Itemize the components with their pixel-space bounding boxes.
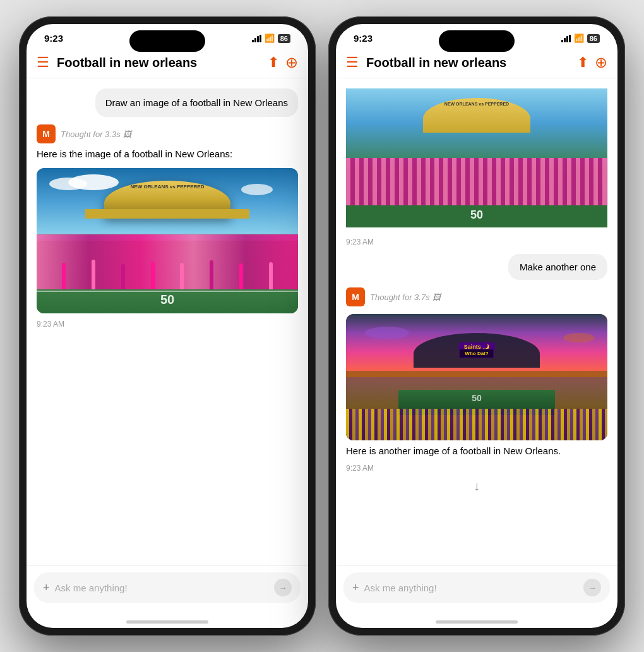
top-stadium-image-right: NEW ORLEANS vs PEPPERED 50 (346, 88, 607, 227)
chat-body-left: Draw an image of a football in New Orlea… (27, 78, 308, 565)
battery-left: 86 (278, 34, 290, 43)
chat-title-right: Football in new orleans (366, 56, 577, 70)
add-button-right[interactable]: ⊕ (595, 54, 607, 71)
ai-avatar-left: M (37, 124, 56, 143)
status-time-right: 9:23 (354, 33, 373, 44)
menu-icon-right[interactable]: ☰ (346, 54, 359, 71)
share-button-left[interactable]: ⬆ (268, 54, 279, 71)
header-left: ☰ Football in new orleans ⬆ ⊕ (27, 49, 308, 78)
header-actions-right: ⬆ ⊕ (577, 54, 607, 71)
signal-icon-right (561, 35, 571, 42)
menu-icon-left[interactable]: ☰ (37, 54, 49, 71)
second-timestamp-right: 9:23 AM (346, 461, 607, 473)
stadium-visual-left: NEW ORLEANS vs PEPPERED (37, 168, 298, 313)
chat-input-bar-left: + Ask me anything! → (27, 565, 308, 615)
ai-thought-left: Thought for 3.3s 🖼 (61, 130, 131, 139)
left-phone: 9:23 📶 86 ☰ Football in new orleans ⬆ ⊕ … (19, 16, 316, 636)
timestamp-left: 9:23 AM (37, 317, 298, 329)
first-timestamp-right: 9:23 AM (346, 235, 607, 246)
ai-response-right: M Thought for 3.7s 🖼 (346, 287, 607, 496)
right-phone: 9:23 📶 86 ☰ Football in new orleans ⬆ ⊕ (328, 16, 625, 636)
header-right: ☰ Football in new orleans ⬆ ⊕ (336, 49, 617, 78)
status-icons-right: 📶 86 (561, 33, 600, 43)
saints-image-right: Saints 🌙 50 Who Dat? (346, 314, 607, 440)
input-placeholder-left: Ask me anything! (55, 583, 269, 593)
image-icon-left: 🖼 (123, 130, 131, 139)
scroll-indicator[interactable]: ↓ (346, 476, 607, 496)
chat-input-right[interactable]: + Ask me anything! → (343, 572, 610, 603)
chat-body-right: NEW ORLEANS vs PEPPERED 50 9:23 AM Make … (336, 78, 617, 565)
ai-text-right: Here is another image of a football in N… (346, 444, 607, 457)
add-button-left[interactable]: ⊕ (285, 54, 298, 71)
signal-icon-left (252, 35, 261, 42)
wifi-icon-left: 📶 (265, 33, 275, 43)
send-button-right[interactable]: → (583, 579, 601, 596)
chat-title-left: Football in new orleans (57, 56, 268, 70)
battery-right: 86 (587, 34, 600, 43)
input-placeholder-right: Ask me anything! (364, 583, 578, 593)
ai-response-left: M Thought for 3.3s 🖼 Here is the image o… (37, 124, 298, 329)
header-actions-left: ⬆ ⊕ (268, 54, 298, 71)
status-icons-left: 📶 86 (252, 33, 290, 43)
image-icon-right: 🖼 (432, 293, 441, 302)
ai-header-right: M Thought for 3.7s 🖼 (346, 287, 607, 306)
attach-button-left[interactable]: + (43, 581, 50, 595)
stadium-image-left: NEW ORLEANS vs PEPPERED (37, 168, 298, 313)
left-phone-screen: 9:23 📶 86 ☰ Football in new orleans ⬆ ⊕ … (27, 24, 308, 628)
ai-text-left: Here is the image of a football in New O… (37, 147, 298, 160)
saints-visual-right: Saints 🌙 50 Who Dat? (346, 314, 607, 440)
chat-input-left[interactable]: + Ask me anything! → (34, 572, 301, 603)
make-another-bubble: Make another one (508, 254, 607, 280)
right-phone-screen: 9:23 📶 86 ☰ Football in new orleans ⬆ ⊕ (336, 24, 617, 628)
wifi-icon-right: 📶 (574, 33, 584, 43)
down-arrow-icon: ↓ (474, 479, 480, 493)
dynamic-island (129, 30, 205, 52)
home-indicator-left (27, 615, 308, 628)
send-button-left[interactable]: → (274, 579, 292, 596)
share-button-right[interactable]: ⬆ (577, 54, 588, 71)
dynamic-island-right (439, 30, 515, 52)
attach-button-right[interactable]: + (352, 581, 359, 595)
ai-thought-right: Thought for 3.7s 🖼 (370, 293, 441, 302)
status-time-left: 9:23 (44, 33, 63, 44)
chat-input-bar-right: + Ask me anything! → (336, 565, 617, 615)
ai-header-left: M Thought for 3.3s 🖼 (37, 124, 298, 143)
ai-avatar-right: M (346, 287, 365, 306)
home-indicator-right (336, 615, 617, 628)
user-message-left: Draw an image of a football in New Orlea… (95, 88, 298, 117)
